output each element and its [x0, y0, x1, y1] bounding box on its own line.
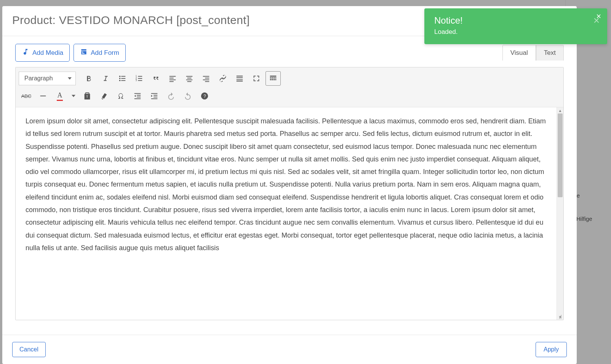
svg-rect-24 — [237, 76, 243, 77]
svg-rect-29 — [270, 76, 277, 77]
text-color-picker[interactable] — [69, 89, 78, 103]
svg-rect-18 — [186, 80, 193, 80]
cancel-button[interactable]: Cancel — [12, 342, 46, 357]
svg-rect-3 — [121, 76, 125, 77]
svg-rect-14 — [170, 80, 176, 80]
svg-rect-9 — [138, 76, 142, 77]
editor-container: Paragraph 123 — [15, 67, 564, 320]
add-media-label: Add Media — [32, 49, 63, 57]
toast-title: Notice! — [434, 15, 597, 26]
svg-rect-32 — [274, 77, 275, 78]
svg-text:?: ? — [203, 94, 206, 99]
svg-rect-5 — [121, 80, 125, 81]
align-left-button[interactable] — [165, 71, 180, 86]
modal-close-button[interactable]: × — [596, 11, 601, 21]
svg-rect-40 — [134, 93, 141, 94]
format-label: Paragraph — [24, 75, 53, 82]
toolbar-toggle-button[interactable] — [266, 71, 281, 86]
svg-rect-16 — [186, 76, 193, 77]
modal-body: Add Media Add Form Visual Text Paragraph — [2, 36, 577, 335]
align-right-button[interactable] — [198, 71, 214, 86]
svg-rect-22 — [203, 80, 210, 80]
svg-point-0 — [119, 76, 121, 77]
text-tab[interactable]: Text — [536, 45, 563, 61]
svg-rect-19 — [187, 81, 192, 82]
svg-rect-15 — [170, 81, 174, 82]
bullet-list-button[interactable] — [115, 71, 130, 86]
toolbar-row-1: Paragraph 123 — [19, 70, 560, 87]
outdent-button[interactable] — [130, 89, 145, 103]
svg-rect-46 — [154, 97, 157, 97]
caret-down-icon — [68, 77, 72, 80]
media-buttons: Add Media Add Form — [15, 44, 126, 62]
redo-button[interactable] — [180, 89, 195, 103]
toolbar-top-row: Add Media Add Form Visual Text — [15, 44, 564, 62]
indent-button[interactable] — [147, 89, 162, 103]
link-button[interactable] — [215, 71, 230, 86]
undo-button[interactable] — [163, 89, 179, 103]
editor-mode-tabs: Visual Text — [502, 45, 564, 61]
svg-rect-21 — [205, 78, 209, 78]
svg-rect-12 — [170, 76, 176, 77]
align-center-button[interactable] — [182, 71, 197, 86]
svg-rect-41 — [137, 95, 141, 96]
editor-content[interactable]: Lorem ipsum dolor sit amet, consectetur … — [16, 107, 557, 320]
special-character-button[interactable] — [113, 89, 128, 103]
editor-scrollbar[interactable]: ▲ ▼ — [557, 107, 563, 320]
svg-rect-37 — [275, 79, 277, 80]
svg-point-2 — [119, 80, 121, 81]
add-form-button[interactable]: Add Form — [74, 44, 126, 62]
svg-point-1 — [119, 78, 121, 79]
clear-formatting-button[interactable] — [96, 89, 112, 103]
svg-rect-11 — [138, 80, 142, 81]
notice-toast: Notice! Loaded. × — [424, 8, 607, 44]
svg-rect-13 — [170, 78, 174, 78]
blockquote-button[interactable] — [148, 71, 163, 86]
svg-rect-35 — [272, 79, 273, 80]
svg-rect-25 — [237, 77, 243, 78]
svg-rect-23 — [205, 81, 209, 82]
svg-rect-44 — [151, 93, 158, 94]
scrollbar-thumb[interactable] — [558, 113, 563, 197]
paste-text-button[interactable]: T — [80, 89, 95, 103]
form-icon — [80, 48, 88, 57]
editor-toolbar: Paragraph 123 — [16, 67, 563, 107]
svg-rect-20 — [203, 76, 210, 77]
svg-rect-47 — [151, 98, 158, 99]
svg-rect-43 — [134, 98, 141, 99]
modal-footer: Cancel Apply — [2, 335, 577, 364]
apply-button[interactable]: Apply — [536, 342, 567, 357]
horizontal-line-button[interactable] — [35, 89, 51, 103]
bold-button[interactable] — [81, 71, 96, 86]
visual-tab[interactable]: Visual — [503, 45, 536, 61]
read-more-button[interactable] — [232, 71, 247, 86]
toast-message: Loaded. — [434, 28, 597, 36]
svg-rect-4 — [121, 78, 125, 79]
svg-rect-10 — [138, 78, 142, 79]
add-media-button[interactable]: Add Media — [15, 44, 70, 62]
help-button[interactable]: ? — [197, 89, 212, 103]
svg-rect-38 — [40, 96, 46, 96]
svg-rect-30 — [270, 77, 272, 78]
format-dropdown[interactable]: Paragraph — [19, 72, 76, 85]
scroll-up-icon[interactable]: ▲ — [557, 107, 563, 113]
fullscreen-button[interactable] — [249, 71, 264, 86]
svg-rect-42 — [137, 97, 141, 97]
resize-handle[interactable] — [557, 314, 563, 319]
toolbar-row-2: ABC A T ? — [19, 87, 560, 105]
svg-rect-33 — [275, 77, 277, 78]
svg-rect-34 — [270, 79, 272, 80]
strikethrough-button[interactable]: ABC — [19, 89, 34, 103]
numbered-list-button[interactable]: 123 — [131, 71, 147, 86]
svg-rect-36 — [274, 79, 275, 80]
music-note-icon — [22, 48, 29, 57]
italic-button[interactable] — [98, 71, 113, 86]
svg-text:T: T — [86, 95, 88, 99]
editor-modal: Product: VESTIDO MONARCH [post_content] … — [2, 6, 577, 364]
svg-rect-17 — [187, 78, 192, 78]
svg-rect-31 — [272, 77, 273, 78]
text-color-button[interactable]: A — [52, 89, 67, 103]
svg-rect-28 — [237, 81, 243, 81]
svg-text:3: 3 — [136, 79, 137, 81]
svg-rect-27 — [237, 80, 243, 80]
